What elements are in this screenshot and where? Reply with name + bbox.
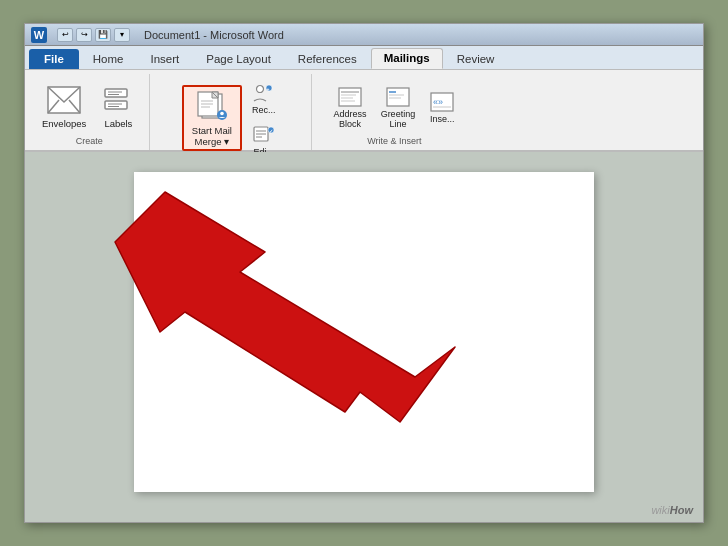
- edit-recipients-icon: ✓: [252, 123, 276, 147]
- labels-icon: [100, 82, 136, 118]
- labels-label: Labels: [104, 118, 132, 129]
- svg-text:✓: ✓: [268, 128, 272, 134]
- create-group-label: Create: [76, 136, 103, 148]
- wikihow-suffix: How: [670, 504, 693, 516]
- start-mail-merge-button[interactable]: Start MailMerge ▾: [182, 85, 242, 152]
- svg-text:«»: «»: [433, 97, 443, 107]
- address-block-button[interactable]: AddressBlock: [329, 82, 372, 132]
- address-block-icon: [338, 85, 362, 109]
- address-block-label: AddressBlock: [334, 109, 367, 129]
- redo-button[interactable]: ↪: [76, 28, 92, 42]
- svg-rect-3: [105, 89, 127, 97]
- tab-insert[interactable]: Insert: [138, 49, 193, 69]
- start-mail-merge-label: Start MailMerge ▾: [192, 125, 232, 148]
- undo-button[interactable]: ↩: [57, 28, 73, 42]
- ribbon-tabs: File Home Insert Page Layout References …: [25, 46, 703, 70]
- write-insert-group-label: Write & Insert: [367, 136, 421, 148]
- select-recipients-icon: +: [252, 81, 276, 105]
- greeting-line-icon: [386, 85, 410, 109]
- greeting-line-button[interactable]: GreetingLine: [376, 82, 421, 132]
- select-recipients-label: Rec...: [252, 105, 276, 115]
- envelopes-label: Envelopes: [42, 118, 86, 129]
- create-buttons: Envelopes Labels: [37, 76, 141, 136]
- wikihow-prefix: wiki: [651, 504, 669, 516]
- svg-point-17: [256, 86, 263, 93]
- svg-rect-6: [105, 101, 127, 109]
- tab-home[interactable]: Home: [80, 49, 137, 69]
- wikihow-watermark: wikiHow: [651, 504, 693, 516]
- select-recipients-button[interactable]: + Rec...: [246, 78, 282, 118]
- ribbon: Envelopes Labels: [25, 70, 703, 152]
- save-button[interactable]: 💾: [95, 28, 111, 42]
- envelopes-button[interactable]: Envelopes: [37, 79, 91, 132]
- start-mail-merge-icon: [194, 89, 230, 125]
- tab-review[interactable]: Review: [444, 49, 508, 69]
- svg-rect-31: [387, 88, 409, 106]
- quick-access-toolbar: ↩ ↪ 💾 ▾: [57, 28, 130, 42]
- customize-qat-button[interactable]: ▾: [114, 28, 130, 42]
- start-mail-merge-buttons: Start MailMerge ▾ + Rec...: [182, 76, 282, 160]
- ribbon-group-create: Envelopes Labels: [29, 74, 150, 150]
- ribbon-group-write-insert: AddressBlock GreetingLi: [314, 74, 474, 150]
- insert-merge-field-button[interactable]: «» Inse...: [424, 87, 460, 127]
- document-area: wikiHow: [25, 152, 703, 522]
- document-page: [134, 172, 594, 492]
- word-icon: W: [31, 27, 47, 43]
- title-bar: W ↩ ↪ 💾 ▾ Document1 - Microsoft Word: [25, 24, 703, 46]
- svg-rect-26: [339, 88, 361, 106]
- tab-pagelayout[interactable]: Page Layout: [193, 49, 284, 69]
- insert-merge-field-icon: «»: [430, 90, 454, 114]
- word-window: W ↩ ↪ 💾 ▾ Document1 - Microsoft Word Fil…: [24, 23, 704, 523]
- write-insert-buttons: AddressBlock GreetingLi: [329, 76, 461, 136]
- envelope-icon: [46, 82, 82, 118]
- svg-point-16: [220, 111, 224, 115]
- ribbon-group-start-mail-merge: Start MailMerge ▾ + Rec...: [152, 74, 312, 150]
- greeting-line-label: GreetingLine: [381, 109, 416, 129]
- window-title: Document1 - Microsoft Word: [144, 29, 284, 41]
- svg-text:+: +: [266, 86, 269, 92]
- labels-button[interactable]: Labels: [95, 79, 141, 132]
- insert-merge-field-label: Inse...: [430, 114, 455, 124]
- tab-file[interactable]: File: [29, 49, 79, 69]
- tab-mailings[interactable]: Mailings: [371, 48, 443, 69]
- tab-references[interactable]: References: [285, 49, 370, 69]
